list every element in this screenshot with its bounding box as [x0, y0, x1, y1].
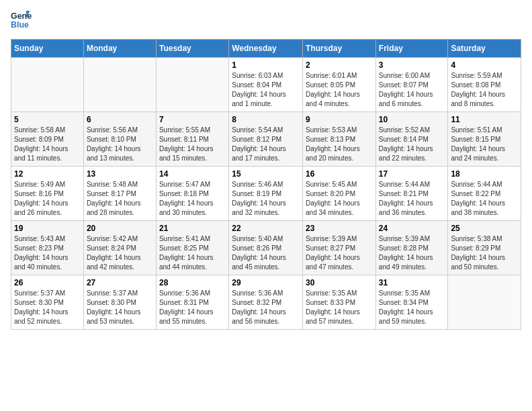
calendar-cell: 25Sunrise: 5:38 AM Sunset: 8:29 PM Dayli…	[448, 221, 521, 275]
day-info: Sunrise: 5:39 AM Sunset: 8:28 PM Dayligh…	[379, 234, 445, 272]
calendar-cell: 30Sunrise: 5:35 AM Sunset: 8:33 PM Dayli…	[303, 275, 376, 330]
header-tuesday: Tuesday	[156, 40, 228, 58]
day-number: 15	[232, 169, 300, 179]
day-number: 7	[159, 115, 226, 124]
day-number: 29	[232, 278, 300, 287]
day-info: Sunrise: 5:49 AM Sunset: 8:16 PM Dayligh…	[14, 180, 81, 218]
calendar-cell	[156, 58, 228, 112]
day-number: 31	[379, 278, 445, 287]
calendar-cell: 27Sunrise: 5:37 AM Sunset: 8:30 PM Dayli…	[83, 275, 156, 330]
day-info: Sunrise: 5:44 AM Sunset: 8:22 PM Dayligh…	[451, 180, 518, 218]
calendar-cell: 31Sunrise: 5:35 AM Sunset: 8:34 PM Dayli…	[375, 275, 448, 330]
calendar-cell: 8Sunrise: 5:54 AM Sunset: 8:12 PM Daylig…	[229, 112, 303, 167]
day-info: Sunrise: 5:40 AM Sunset: 8:26 PM Dayligh…	[232, 234, 300, 272]
logo-icon: GeneralBlue	[11, 11, 32, 32]
day-number: 19	[14, 224, 81, 233]
day-info: Sunrise: 5:47 AM Sunset: 8:18 PM Dayligh…	[159, 180, 226, 218]
day-number: 14	[159, 169, 226, 179]
day-number: 9	[306, 115, 373, 124]
page-header: GeneralBlue	[11, 11, 521, 32]
calendar-cell: 3Sunrise: 6:00 AM Sunset: 8:07 PM Daylig…	[375, 58, 448, 112]
calendar-cell	[448, 275, 521, 330]
header-wednesday: Wednesday	[229, 40, 303, 58]
day-info: Sunrise: 5:39 AM Sunset: 8:27 PM Dayligh…	[306, 234, 373, 272]
calendar-cell: 15Sunrise: 5:46 AM Sunset: 8:19 PM Dayli…	[229, 167, 303, 221]
day-number: 16	[306, 169, 373, 179]
day-number: 17	[379, 169, 445, 179]
calendar-cell: 14Sunrise: 5:47 AM Sunset: 8:18 PM Dayli…	[156, 167, 228, 221]
day-number: 30	[306, 278, 373, 287]
calendar-cell: 11Sunrise: 5:51 AM Sunset: 8:15 PM Dayli…	[448, 112, 521, 167]
day-info: Sunrise: 5:58 AM Sunset: 8:09 PM Dayligh…	[14, 126, 81, 163]
calendar-cell: 12Sunrise: 5:49 AM Sunset: 8:16 PM Dayli…	[11, 167, 84, 221]
day-info: Sunrise: 5:46 AM Sunset: 8:19 PM Dayligh…	[232, 180, 300, 218]
day-info: Sunrise: 5:38 AM Sunset: 8:29 PM Dayligh…	[451, 234, 518, 272]
calendar-cell: 9Sunrise: 5:53 AM Sunset: 8:13 PM Daylig…	[303, 112, 376, 167]
calendar-cell	[83, 58, 156, 112]
day-info: Sunrise: 5:41 AM Sunset: 8:25 PM Dayligh…	[159, 234, 226, 272]
header-saturday: Saturday	[448, 40, 521, 58]
calendar-cell: 16Sunrise: 5:45 AM Sunset: 8:20 PM Dayli…	[303, 167, 376, 221]
day-info: Sunrise: 5:43 AM Sunset: 8:23 PM Dayligh…	[14, 234, 81, 272]
calendar-cell: 7Sunrise: 5:55 AM Sunset: 8:11 PM Daylig…	[156, 112, 228, 167]
day-number: 5	[14, 115, 81, 124]
calendar-cell: 28Sunrise: 5:36 AM Sunset: 8:31 PM Dayli…	[156, 275, 228, 330]
calendar-header-row: SundayMondayTuesdayWednesdayThursdayFrid…	[11, 40, 521, 58]
day-info: Sunrise: 5:59 AM Sunset: 8:08 PM Dayligh…	[451, 71, 518, 109]
calendar-cell: 19Sunrise: 5:43 AM Sunset: 8:23 PM Dayli…	[11, 221, 84, 275]
day-number: 23	[306, 224, 373, 233]
calendar-cell: 23Sunrise: 5:39 AM Sunset: 8:27 PM Dayli…	[303, 221, 376, 275]
day-number: 3	[379, 60, 445, 70]
day-number: 2	[306, 60, 373, 70]
day-info: Sunrise: 5:54 AM Sunset: 8:12 PM Dayligh…	[232, 126, 300, 163]
header-thursday: Thursday	[303, 40, 376, 58]
day-number: 13	[87, 169, 153, 179]
day-info: Sunrise: 5:37 AM Sunset: 8:30 PM Dayligh…	[14, 289, 81, 326]
day-info: Sunrise: 6:03 AM Sunset: 8:04 PM Dayligh…	[232, 71, 300, 109]
day-number: 20	[87, 224, 153, 233]
calendar-cell: 1Sunrise: 6:03 AM Sunset: 8:04 PM Daylig…	[229, 58, 303, 112]
day-info: Sunrise: 5:35 AM Sunset: 8:34 PM Dayligh…	[379, 289, 445, 326]
day-info: Sunrise: 5:56 AM Sunset: 8:10 PM Dayligh…	[87, 126, 153, 163]
calendar-cell: 13Sunrise: 5:48 AM Sunset: 8:17 PM Dayli…	[83, 167, 156, 221]
calendar-cell: 5Sunrise: 5:58 AM Sunset: 8:09 PM Daylig…	[11, 112, 84, 167]
calendar-cell: 26Sunrise: 5:37 AM Sunset: 8:30 PM Dayli…	[11, 275, 84, 330]
day-number: 22	[232, 224, 300, 233]
day-info: Sunrise: 5:45 AM Sunset: 8:20 PM Dayligh…	[306, 180, 373, 218]
header-sunday: Sunday	[11, 40, 84, 58]
calendar-cell: 18Sunrise: 5:44 AM Sunset: 8:22 PM Dayli…	[448, 167, 521, 221]
day-info: Sunrise: 5:42 AM Sunset: 8:24 PM Dayligh…	[87, 234, 153, 272]
day-number: 27	[87, 278, 153, 287]
calendar-cell: 17Sunrise: 5:44 AM Sunset: 8:21 PM Dayli…	[375, 167, 448, 221]
header-monday: Monday	[83, 40, 156, 58]
week-row-4: 26Sunrise: 5:37 AM Sunset: 8:30 PM Dayli…	[11, 275, 521, 330]
calendar-cell: 20Sunrise: 5:42 AM Sunset: 8:24 PM Dayli…	[83, 221, 156, 275]
day-info: Sunrise: 5:36 AM Sunset: 8:32 PM Dayligh…	[232, 289, 300, 326]
calendar-cell: 22Sunrise: 5:40 AM Sunset: 8:26 PM Dayli…	[229, 221, 303, 275]
calendar-cell: 24Sunrise: 5:39 AM Sunset: 8:28 PM Dayli…	[375, 221, 448, 275]
week-row-3: 19Sunrise: 5:43 AM Sunset: 8:23 PM Dayli…	[11, 221, 521, 275]
day-number: 25	[451, 224, 518, 233]
svg-text:Blue: Blue	[11, 20, 29, 30]
logo: GeneralBlue	[11, 11, 32, 32]
day-info: Sunrise: 6:01 AM Sunset: 8:05 PM Dayligh…	[306, 71, 373, 109]
day-number: 26	[14, 278, 81, 287]
day-info: Sunrise: 5:53 AM Sunset: 8:13 PM Dayligh…	[306, 126, 373, 163]
day-info: Sunrise: 5:52 AM Sunset: 8:14 PM Dayligh…	[379, 126, 445, 163]
day-number: 12	[14, 169, 81, 179]
calendar-body: 1Sunrise: 6:03 AM Sunset: 8:04 PM Daylig…	[11, 58, 521, 330]
day-info: Sunrise: 5:55 AM Sunset: 8:11 PM Dayligh…	[159, 126, 226, 163]
day-number: 18	[451, 169, 518, 179]
calendar-cell: 21Sunrise: 5:41 AM Sunset: 8:25 PM Dayli…	[156, 221, 228, 275]
day-number: 4	[451, 60, 518, 70]
day-info: Sunrise: 6:00 AM Sunset: 8:07 PM Dayligh…	[379, 71, 445, 109]
day-info: Sunrise: 5:35 AM Sunset: 8:33 PM Dayligh…	[306, 289, 373, 326]
calendar-cell: 2Sunrise: 6:01 AM Sunset: 8:05 PM Daylig…	[303, 58, 376, 112]
calendar-cell	[11, 58, 84, 112]
day-number: 10	[379, 115, 445, 124]
calendar-table: SundayMondayTuesdayWednesdayThursdayFrid…	[11, 39, 521, 330]
day-info: Sunrise: 5:48 AM Sunset: 8:17 PM Dayligh…	[87, 180, 153, 218]
week-row-0: 1Sunrise: 6:03 AM Sunset: 8:04 PM Daylig…	[11, 58, 521, 112]
day-info: Sunrise: 5:36 AM Sunset: 8:31 PM Dayligh…	[159, 289, 226, 326]
week-row-1: 5Sunrise: 5:58 AM Sunset: 8:09 PM Daylig…	[11, 112, 521, 167]
